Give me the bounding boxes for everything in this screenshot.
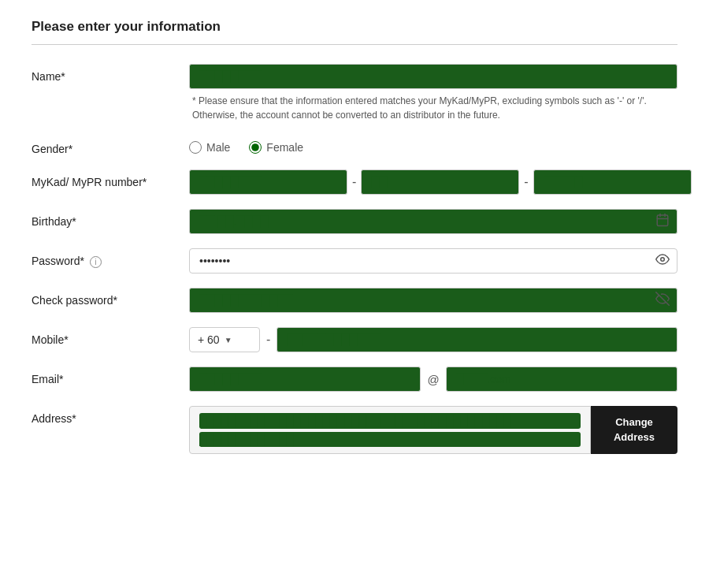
gender-label: Gender* (32, 136, 189, 155)
mobile-number-input[interactable] (277, 327, 677, 352)
address-input-group: ████████████████████████████████████████… (189, 406, 677, 454)
gender-male-option[interactable]: Male (189, 141, 230, 154)
birthday-label: Birthday* (32, 209, 189, 228)
address-label: Address* (32, 406, 189, 425)
address-field: ████████████████████████████████████████… (189, 406, 677, 454)
gender-options: Male Female (189, 136, 677, 154)
gender-field: Male Female (189, 136, 677, 154)
country-code-value: + 60 (198, 333, 220, 346)
mykad-sep1: - (352, 175, 356, 189)
birthday-row: Birthday* (32, 209, 677, 234)
check-password-row: Check password* (32, 288, 677, 313)
mobile-inputs: + 60 ▼ - (189, 327, 677, 352)
password-field (189, 248, 677, 274)
address-row: Address* ███████████████████████████████… (32, 406, 677, 454)
mykad-inputs: - - (189, 169, 692, 195)
mykad-label: MyKad/ MyPR number* (32, 169, 189, 188)
name-label: Name* (32, 64, 189, 83)
svg-point-4 (661, 258, 665, 262)
mykad-part2-input[interactable] (361, 169, 519, 195)
svg-rect-0 (657, 215, 668, 226)
check-password-input[interactable] (189, 288, 677, 313)
check-password-input-wrapper (189, 288, 677, 313)
gender-female-label: Female (266, 141, 303, 154)
gender-male-radio[interactable] (189, 141, 202, 154)
check-password-label: Check password* (32, 288, 189, 307)
mobile-field: + 60 ▼ - (189, 327, 677, 352)
mykad-field: - - (189, 169, 692, 195)
calendar-icon[interactable] (655, 213, 670, 230)
mykad-sep2: - (524, 175, 528, 189)
change-address-button[interactable]: Change Address (591, 406, 677, 454)
password-info-icon[interactable]: i (90, 256, 102, 268)
name-hint: * Please ensure that the information ent… (189, 94, 677, 122)
password-label: Password* i (32, 248, 189, 268)
chevron-down-icon: ▼ (225, 336, 232, 344)
form-container: Please enter your information Name* * Pl… (0, 0, 709, 487)
birthday-input-wrapper (189, 209, 677, 234)
email-row: Email* @ (32, 367, 677, 392)
mykad-row: MyKad/ MyPR number* - - (32, 169, 677, 195)
page-title: Please enter your information (32, 19, 677, 35)
email-local-input[interactable] (189, 367, 421, 392)
address-display: ████████████████████████████████████████… (189, 406, 591, 454)
mykad-part1-input[interactable] (189, 169, 347, 195)
address-line2: █████████████ (199, 432, 581, 448)
gender-female-radio[interactable] (249, 141, 262, 154)
password-hide-icon[interactable] (655, 292, 670, 309)
at-sign: @ (427, 373, 439, 386)
mykad-part3-input[interactable] (533, 169, 692, 195)
gender-male-label: Male (206, 141, 230, 154)
address-line1: ████████████████████████████████████████… (199, 413, 581, 429)
email-field: @ (189, 367, 677, 392)
password-row: Password* i (32, 248, 677, 274)
gender-row: Gender* Male Female (32, 136, 677, 155)
email-inputs: @ (189, 367, 677, 392)
gender-female-option[interactable]: Female (249, 141, 303, 154)
divider (32, 44, 677, 45)
mobile-label: Mobile* (32, 327, 189, 346)
email-domain-input[interactable] (446, 367, 677, 392)
mobile-sep: - (266, 333, 270, 347)
email-label: Email* (32, 367, 189, 385)
name-input[interactable] (189, 64, 677, 89)
birthday-input[interactable] (189, 209, 677, 234)
name-row: Name* * Please ensure that the informati… (32, 64, 677, 122)
check-password-field (189, 288, 677, 313)
name-field: * Please ensure that the information ent… (189, 64, 677, 122)
birthday-field (189, 209, 677, 234)
password-show-icon[interactable] (655, 252, 670, 270)
country-code-select[interactable]: + 60 ▼ (189, 327, 260, 352)
mobile-row: Mobile* + 60 ▼ - (32, 327, 677, 352)
password-input-wrapper (189, 248, 677, 274)
password-input[interactable] (189, 248, 677, 274)
